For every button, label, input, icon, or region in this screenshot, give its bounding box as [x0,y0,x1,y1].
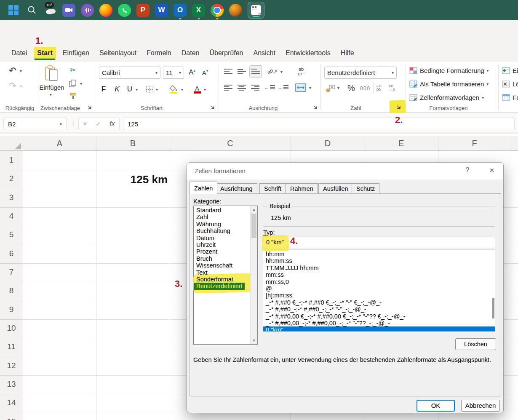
shrink-font-button[interactable]: A▾ [200,67,211,78]
undo-button[interactable]: ↶ [7,65,19,76]
alignment-dialog-launcher[interactable] [312,104,318,110]
merge-center-dropdown[interactable]: ▾ [309,86,311,90]
cell-b2[interactable]: 125 km [96,170,168,189]
browser-dark-icon[interactable] [229,4,242,17]
decrease-decimal-button[interactable]: ,00 →,0 [388,82,399,94]
paste-dropdown[interactable]: ▾ [50,92,52,97]
font-color-button[interactable]: A [192,84,202,95]
dialog-help-button[interactable]: ? [463,166,472,176]
paste-button[interactable] [42,64,61,82]
tab-ansicht[interactable]: Ansicht [248,44,280,62]
number-dialog-launcher[interactable] [395,104,401,110]
fill-color-button[interactable] [168,84,179,95]
category-listbox[interactable]: Standard Zahl Währung Buchhaltung Datum … [193,206,258,345]
ok-button[interactable]: OK [417,400,455,412]
format-painter-button[interactable] [68,91,77,101]
copy-button[interactable] [68,79,77,88]
tab-hilfe[interactable]: Hilfe [336,44,359,62]
font-name-combo[interactable]: Calibri▾ [99,67,160,79]
tab-formeln[interactable]: Formeln [142,44,176,62]
category-item[interactable]: Währung [194,221,257,227]
align-middle-button[interactable] [236,66,248,77]
scroll-up-arrow[interactable]: ▲ [251,206,257,211]
tab-start[interactable]: Start [32,44,57,62]
row-header-10[interactable]: 10 [0,319,23,337]
scrollbar-thumb[interactable] [251,214,256,238]
row-header-14[interactable]: 14 [0,393,23,412]
chrome-icon[interactable] [211,4,224,17]
type-list-item[interactable]: @ [263,285,495,292]
category-item[interactable]: Standard [194,207,257,214]
underline-button[interactable]: U [125,84,135,95]
firefox-icon[interactable] [99,4,112,17]
orientation-button[interactable]: ab ↗ [265,66,280,77]
type-list-item[interactable]: _-* #,##0_-;-* #,##0_-;_-* "-"_-;_-@_- [263,306,495,313]
search-icon[interactable] [25,4,38,17]
formula-input[interactable]: 125 [123,118,515,130]
type-list-item[interactable]: [h]:mm:ss [263,292,495,299]
format-cells-button[interactable]: Format [502,91,518,103]
merge-center-button[interactable] [294,82,307,93]
column-header-d[interactable]: D [291,136,365,151]
underline-dropdown[interactable]: ▾ [136,87,138,92]
dialog-tab-schrift[interactable]: Schrift [259,183,286,194]
tab-datei[interactable]: Datei [6,44,32,62]
row-header-3[interactable]: 3 [0,188,23,207]
category-item[interactable]: Buchhaltung [194,227,257,234]
category-item[interactable]: Prozent [194,248,257,255]
font-size-combo[interactable]: 11▾ [163,67,184,79]
name-box-dropdown[interactable]: ▾ [60,122,62,126]
type-list-item[interactable]: _-* #,##0,00_-;-* #,##0,00_-;_-* "-"??_-… [263,320,495,326]
windows-start-icon[interactable] [7,4,20,17]
row-header-7[interactable]: 7 [0,263,23,281]
number-format-combo[interactable]: Benutzerdefiniert▾ [324,67,397,79]
tab-seitenlayout[interactable]: Seitenlayout [94,44,142,62]
tab-entwicklertools[interactable]: Entwicklertools [280,44,336,62]
category-scrollbar[interactable]: ▲ ▼ [250,206,257,344]
category-item-selected[interactable]: Benutzerdefiniert [194,283,245,289]
increase-decimal-button[interactable]: ←0 ,00 [376,82,387,94]
increase-indent-button[interactable]: → [277,82,289,93]
word-icon[interactable]: W [155,4,168,17]
borders-dropdown[interactable]: ▾ [156,87,158,92]
row-header-2[interactable]: 2 [0,169,23,188]
align-right-button[interactable] [249,82,261,93]
category-item[interactable]: Sonderformat [194,276,257,283]
paste-label[interactable]: Einfügen [39,84,65,91]
cancel-button[interactable]: Abbrechen [461,400,500,412]
weather-icon[interactable]: 18° [44,4,57,17]
audio-app-icon[interactable] [81,4,94,17]
formula-bar-dots[interactable]: ⋮ [70,119,77,127]
cancel-entry-button[interactable]: × [83,120,87,128]
dialog-tab-schutz[interactable]: Schutz [352,183,379,194]
row-header-15[interactable]: 15 [0,412,23,420]
row-header-8[interactable]: 8 [0,281,23,300]
column-header-e[interactable]: E [365,136,438,151]
font-dialog-launcher[interactable] [209,104,215,110]
currency-button[interactable] [325,83,336,93]
type-list-item[interactable]: mm:ss,0 [263,278,495,285]
category-item[interactable]: Bruch [194,255,257,262]
snipping-tool-icon[interactable]: ✂ [248,2,264,19]
type-listbox[interactable]: hh:mm hh:mm:ss TT.MM.JJJJ hh:mm mm:ss mm… [263,249,495,332]
conditional-formatting-button[interactable]: Bedingte Formatierung▾ [409,64,489,76]
cut-button[interactable]: ✂ [68,65,77,75]
select-all-corner[interactable] [0,136,23,151]
type-list-item[interactable]: _-* #,##0 €_-;-* #,##0 €_-;_-* "-" €_-;_… [263,299,495,306]
redo-dropdown[interactable]: ▾ [20,84,22,88]
type-list-item[interactable]: hh:mm [263,251,495,257]
row-header-5[interactable]: 5 [0,225,23,244]
category-item[interactable]: Uhrzeit [194,241,257,248]
powerpoint-icon[interactable]: P [136,4,150,17]
dialog-tab-ausfuellen[interactable]: Ausfüllen [318,183,353,194]
row-header-9[interactable]: 9 [0,300,23,319]
bold-button[interactable]: F [99,84,109,95]
redo-button[interactable]: ↷ [7,80,19,91]
align-bottom-button[interactable] [249,65,262,78]
name-box[interactable]: B2 ▾ [3,118,67,130]
row-header-1[interactable]: 1 [0,151,23,169]
align-left-button[interactable] [222,82,234,93]
currency-dropdown[interactable]: ▾ [337,86,339,90]
dialog-tab-ausrichtung[interactable]: Ausrichtung [216,183,257,194]
cell-styles-button[interactable]: Zellenformatvorlagen▾ [409,91,484,103]
